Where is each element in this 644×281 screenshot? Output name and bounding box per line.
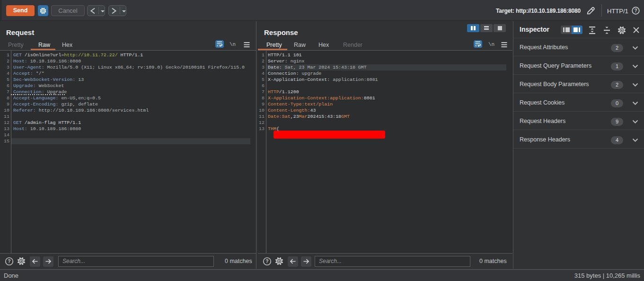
- svg-text:?: ?: [634, 8, 637, 13]
- svg-text:?: ?: [265, 259, 268, 264]
- svg-text:?: ?: [8, 259, 10, 264]
